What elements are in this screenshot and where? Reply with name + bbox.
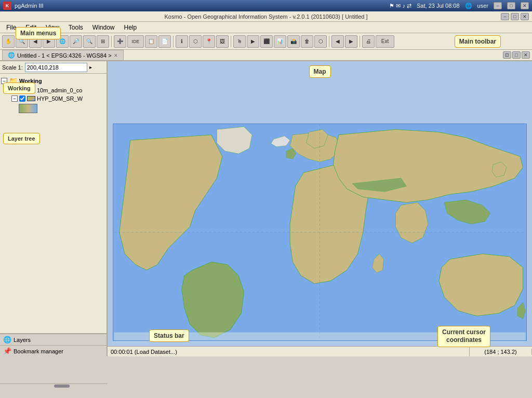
toolbar-ide-btn toolbar-btn-wide[interactable]: IDE [127,35,144,48]
toolbar-hexagon-btn[interactable]: ⬡ [189,35,202,48]
status-time: 00:00:01 (Load Dataset...) [111,349,177,355]
close-button[interactable]: ✕ [521,2,529,9]
toolbar-pin-btn[interactable]: 📍 [203,35,215,48]
toolbar-cursor-btn[interactable]: 🖱 [233,35,246,48]
menu-window[interactable]: Window [88,23,119,32]
toolbar-new-btn[interactable]: ➕ [114,35,126,48]
app-icon: K [3,2,11,10]
menu-tools[interactable]: Tools [64,23,87,32]
menu-file[interactable]: File [2,23,20,32]
title-bar-right: ⚑ ✉ ♪ ⇄ Sat, 23 Jul 08:08 🌐 user – □ ✕ [389,2,529,9]
menu-help[interactable]: Help [120,23,141,32]
toolbar-forward-btn[interactable]: ▶ [43,35,55,48]
map-area[interactable]: Map [108,61,532,356]
tab-restore-btn[interactable]: ⊡ [503,51,511,59]
app-maximize-button[interactable]: □ [511,13,519,20]
tab-close2-btn[interactable]: ✕ [522,51,530,59]
map-tab[interactable]: 🌐 Untitled - 1 < EPSG:4326 - WGS84 > ✕ [2,50,124,60]
app-close-button[interactable]: ✕ [521,13,529,20]
world-map[interactable] [113,123,527,341]
toolbar-info-btn[interactable]: ℹ [176,35,188,48]
coords-text: (184 ; 143.2) [484,349,516,355]
pgadmin-title: pgAdmin III [15,3,44,9]
status-bar: 00:00:01 (Load Dataset...) (184 ; 143.2) [108,346,532,356]
scroll-thumb [54,385,70,388]
layer-expander-0[interactable]: – [11,87,18,93]
title-bar: K pgAdmin III ⚑ ✉ ♪ ⇄ Sat, 23 Jul 08:08 … [0,0,532,11]
toolbar-sep-2 [173,36,174,47]
toolbar-chart-btn[interactable]: 📊 [274,35,286,48]
layer-vector-icon-0 [27,88,35,93]
map-annotation: Map [309,65,331,78]
toolbar-ext-btn[interactable]: Ext [376,35,394,48]
toolbar-pan-btn[interactable]: ✋ [2,35,15,48]
map-tab-bar: 🌐 Untitled - 1 < EPSG:4326 - WGS84 > ✕ ⊡… [0,50,532,61]
layer-tree: Working – 📁 Working – 10m_admin_0_co – [0,74,107,333]
panel-tab-layers-label: Layers [14,337,31,343]
status-progress: 00:00:01 (Load Dataset...) [108,347,470,356]
toolbar-image-btn[interactable]: 🖼 [216,35,229,48]
menu-edit[interactable]: Edit [21,23,41,32]
toolbar-zoomout-btn[interactable]: 🔍 [83,35,96,48]
scale-arrow-icon: ▸ [89,64,92,70]
world-map-svg [113,124,526,340]
toolbar-sep-4 [329,36,329,47]
app-minimize-button[interactable]: – [501,13,509,20]
toolbar-grid-btn[interactable]: ⊞ [97,35,109,48]
tab-title: Untitled - 1 < EPSG:4326 - WGS84 > [17,52,112,59]
toolbar-stop-btn[interactable]: ⬛ [260,35,273,48]
username: user [477,3,488,9]
toolbar-print-btn[interactable]: 🖨 [362,35,375,48]
toolbar-left-btn[interactable]: ◀ [331,35,344,48]
maximize-button[interactable]: □ [507,2,515,9]
toolbar-back-btn[interactable]: ◀ [29,35,42,48]
toolbar-play-btn[interactable]: ▶ [247,35,259,48]
menu-bar: Main menus File Edit View Tools Window H… [0,22,532,33]
layer-checkbox-0[interactable] [19,87,25,93]
toolbar-delete-btn[interactable]: 🗑 [301,35,313,48]
minimize-button[interactable]: – [494,2,502,9]
toolbar-sep-5 [360,36,360,47]
toolbar-camera-btn[interactable]: 📸 [287,35,300,48]
globe-icon: 🌐 [465,3,472,9]
layer-inner-0: 10m_admin_0_co [19,87,82,93]
app-title-bar: Kosmo - Open Geographical Information Sy… [0,11,532,22]
scale-input[interactable] [25,63,87,72]
panel-tab-bookmarks[interactable]: 📌 Bookmark manager [0,345,107,356]
tree-expander[interactable]: – [1,78,7,84]
tab-close-icon[interactable]: ✕ [114,53,118,58]
system-icons: ⚑ ✉ ♪ ⇄ [389,3,411,9]
folder-icon: 📁 [9,77,18,85]
scroll-indicator[interactable] [0,383,108,388]
toolbar-table-btn[interactable]: 📋 [145,35,157,48]
group-label: Working [19,78,42,84]
bookmark-icon: 📌 [3,347,11,355]
layer-item-0: – 10m_admin_0_co [1,86,105,94]
status-coords: (184 ; 143.2) [470,349,532,355]
toolbar-globe-btn[interactable]: 🌐 [56,35,69,48]
toolbar-zoomin-btn[interactable]: 🔎 [70,35,82,48]
toolbar-hex2-btn[interactable]: ⬡ [314,35,327,48]
toolbar-select-btn[interactable]: 🔍 [16,35,28,48]
app-title: Kosmo - Open Geographical Information Sy… [164,13,367,20]
layers-globe-icon: 🌐 [3,336,11,344]
menu-view[interactable]: View [42,23,63,32]
title-bar-left: K pgAdmin III [3,2,44,10]
main-toolbar-annotation: Main toolbar [455,35,501,48]
main-toolbar: Main toolbar ✋ 🔍 ◀ ▶ 🌐 🔎 🔍 ⊞ ➕ IDE 📋 📄 ℹ… [0,33,532,50]
toolbar-doc-btn[interactable]: 📄 [158,35,171,48]
toolbar-right-btn[interactable]: ▶ [345,35,357,48]
scale-bar: Scale 1: ▸ [0,61,107,74]
tab-maximize-btn[interactable]: □ [512,51,521,59]
layer-expander-1[interactable]: – [11,95,18,102]
panel-tab-layers[interactable]: 🌐 Layers [0,334,107,345]
layer-label-1: HYP_50M_SR_W [37,95,83,102]
datetime: Sat, 23 Jul 08:08 [417,3,460,9]
toolbar-sep-1 [111,36,112,47]
left-panel-bottom: 🌐 Layers 📌 Bookmark manager [0,333,107,356]
left-panel: Scale 1: ▸ Working – 📁 Working – 10m_adm… [0,61,108,356]
layer-item-1: – HYP_50M_SR_W [1,94,105,103]
toolbar-sep-3 [231,36,231,47]
layer-checkbox-1[interactable] [19,95,25,102]
layer-thumbnail [19,104,37,113]
